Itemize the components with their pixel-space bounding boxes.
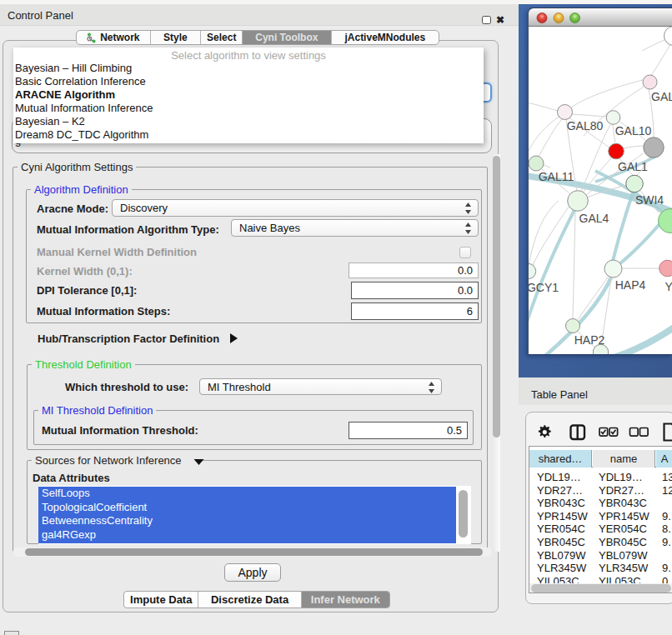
svg-text:GAL1: GAL1	[618, 160, 648, 173]
svg-text:GAL10: GAL10	[615, 124, 652, 138]
svg-text:YD: YD	[665, 280, 672, 293]
svg-text:HAP2: HAP2	[574, 333, 605, 347]
svg-text:GCY1: GCY1	[529, 281, 559, 294]
svg-text:GAL80: GAL80	[567, 119, 604, 132]
svg-text:SWI4: SWI4	[635, 193, 664, 207]
svg-text:GAL11: GAL11	[539, 170, 574, 183]
svg-text:HAP4: HAP4	[615, 278, 646, 292]
svg-text:GAL7: GAL7	[651, 90, 672, 103]
svg-text:GAL4: GAL4	[579, 212, 609, 225]
